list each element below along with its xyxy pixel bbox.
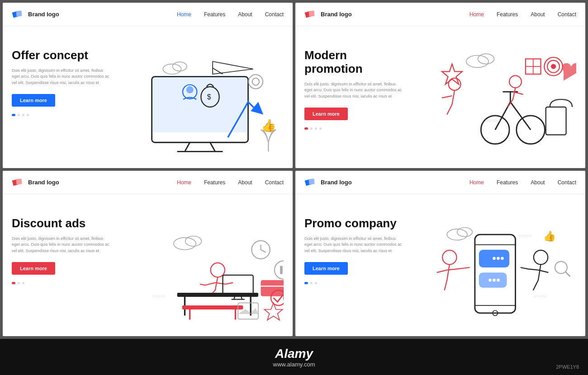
card-title-offer: Offer concept [12, 49, 111, 62]
logo-icon-discount [12, 176, 24, 189]
nav-about-promo[interactable]: About [531, 179, 545, 186]
svg-point-25 [509, 75, 522, 88]
logo-area-discount: Brand logo [12, 176, 59, 189]
svg-point-89 [555, 262, 567, 274]
learn-more-button-discount[interactable]: Learn more [12, 262, 55, 275]
nav-home-offer[interactable]: Home [177, 11, 191, 18]
dot-2-promo [315, 282, 317, 284]
card-discount-ads: Brand logo Home Features About Contact D… [3, 171, 293, 336]
svg-marker-28 [442, 64, 462, 84]
dot-3-promotion [319, 127, 322, 130]
svg-point-85 [497, 279, 500, 282]
svg-line-5 [210, 142, 215, 151]
logo-text-discount: Brand logo [28, 179, 59, 186]
svg-rect-43 [182, 305, 243, 309]
svg-rect-40 [177, 293, 258, 297]
svg-marker-11 [251, 102, 263, 115]
card-body-promo: Promo company Duis elit justo, dignissim… [295, 194, 585, 336]
illustration-svg-promo: 👍 ○○○○○ ○○○○○ [404, 203, 576, 332]
card-promo-company: Brand logo Home Features About Contact P… [295, 171, 585, 336]
nav-home-promotion[interactable]: Home [469, 11, 484, 18]
nav-promo: Brand logo Home Features About Contact [295, 171, 585, 194]
svg-text:○○○○○: ○○○○○ [485, 117, 500, 123]
dot-active-promo [304, 282, 308, 284]
nav-contact-promotion[interactable]: Contact [558, 11, 576, 18]
dot-3-offer [27, 114, 29, 116]
card-grid: Brand logo Home Features About Contact O… [0, 0, 588, 339]
logo-area-promotion: Brand logo [304, 8, 352, 21]
svg-point-86 [442, 250, 456, 264]
card-body-offer: Offer concept Duis elit justo, dignissim… [3, 26, 293, 168]
svg-rect-20 [308, 10, 314, 16]
learn-more-button-promotion[interactable]: Learn more [304, 108, 348, 120]
nav-links-offer: Home Features About Contact [177, 11, 284, 18]
nav-about-offer[interactable]: About [238, 11, 252, 18]
illustration-svg-offer: $ 👍 [111, 35, 284, 164]
svg-line-90 [565, 272, 570, 277]
svg-text:$: $ [207, 93, 211, 101]
dot-2-promotion [315, 127, 317, 130]
nav-links-promo: Home Features About Contact [469, 179, 576, 186]
illustration-svg-discount: ○○○○○ [111, 203, 284, 332]
bottom-bar: Alamy www.alamy.com 2PWE1Y8 [0, 339, 588, 375]
svg-line-4 [185, 142, 190, 151]
svg-point-61 [185, 236, 202, 246]
svg-rect-1 [16, 10, 22, 16]
svg-point-15 [249, 75, 263, 89]
nav-features-promo[interactable]: Features [497, 179, 518, 186]
nav-contact-offer[interactable]: Contact [265, 11, 284, 18]
nav-features-discount[interactable]: Features [204, 179, 225, 186]
logo-icon-promotion [304, 8, 317, 21]
svg-point-92 [457, 227, 473, 236]
svg-line-53 [261, 250, 266, 253]
card-modern-promotion: Brand logo Home Features About Contact M… [295, 3, 585, 168]
svg-rect-39 [16, 178, 22, 184]
nav-home-promo[interactable]: Home [469, 179, 484, 186]
svg-rect-73 [308, 178, 314, 184]
learn-more-button-offer[interactable]: Learn more [12, 94, 55, 107]
svg-rect-47 [223, 275, 253, 295]
svg-point-32 [466, 56, 488, 68]
bottom-info: Alamy www.alamy.com [273, 347, 315, 368]
dots-offer [12, 114, 111, 116]
nav-promotion: Brand logo Home Features About Contact [295, 3, 585, 26]
dot-active-promotion [304, 127, 308, 130]
card-body-discount: Discount ads Duis elit justo, dignissim … [3, 194, 293, 336]
illustration-discount: ○○○○○ [111, 203, 284, 332]
svg-rect-3 [152, 77, 248, 132]
card-desc-promo: Duis elit justo, dignissim in efficitur … [304, 236, 404, 254]
nav-about-discount[interactable]: About [238, 179, 252, 186]
svg-rect-58 [261, 280, 284, 296]
nav-links-discount: Home Features About Contact [177, 179, 284, 186]
svg-point-83 [488, 279, 492, 282]
svg-text:○○○○○: ○○○○○ [533, 294, 547, 299]
logo-text-promo: Brand logo [321, 179, 352, 186]
card-left-discount: Discount ads Duis elit justo, dignissim … [12, 203, 111, 332]
dot-active-offer [12, 114, 15, 116]
nav-about-promotion[interactable]: About [531, 11, 545, 18]
card-offer-concept: Brand logo Home Features About Contact O… [3, 3, 293, 168]
nav-home-discount[interactable]: Home [177, 179, 191, 186]
svg-point-16 [252, 78, 260, 85]
logo-text-promotion: Brand logo [321, 11, 352, 18]
card-title-discount: Discount ads [12, 217, 111, 230]
nav-links-promotion: Home Features About Contact [469, 11, 576, 18]
card-body-promotion: Modern promotion Duis elit justo, dignis… [295, 26, 585, 168]
svg-rect-55 [280, 266, 283, 274]
nav-contact-promo[interactable]: Contact [558, 179, 576, 186]
nav-features-offer[interactable]: Features [204, 11, 225, 18]
svg-point-80 [497, 257, 500, 260]
svg-point-8 [186, 86, 194, 94]
card-desc-discount: Duis elit justo, dignissim in efficitur … [12, 236, 111, 254]
nav-contact-discount[interactable]: Contact [265, 179, 284, 186]
dot-2-offer [22, 114, 24, 116]
illustration-promo: 👍 ○○○○○ ○○○○○ [404, 203, 576, 332]
card-title-promotion: Modern promotion [304, 49, 404, 76]
nav-features-promotion[interactable]: Features [497, 11, 518, 18]
nav-offer: Brand logo Home Features About Contact [3, 3, 293, 26]
svg-point-84 [493, 279, 496, 282]
logo-icon-promo [304, 176, 317, 189]
learn-more-button-promo[interactable]: Learn more [304, 262, 348, 275]
dots-promo [304, 282, 404, 284]
bottom-code: 2PWE1Y8 [556, 362, 579, 370]
